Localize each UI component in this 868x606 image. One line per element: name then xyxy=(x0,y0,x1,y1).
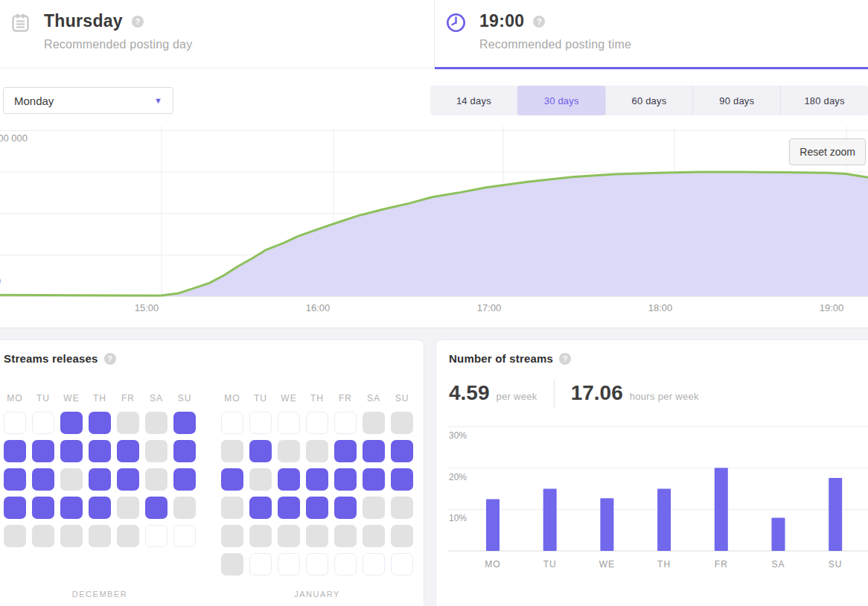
tab-recommended-day[interactable]: Thursday ? Recommended posting day xyxy=(0,0,434,68)
release-day-cell-on[interactable] xyxy=(173,440,196,462)
range-tab-14-days[interactable]: 14 days xyxy=(430,86,517,115)
release-day-cell-off[interactable] xyxy=(363,412,385,434)
release-day-cell-on[interactable] xyxy=(173,468,196,491)
release-day-cell-on[interactable] xyxy=(173,412,196,434)
tab-recommended-time[interactable]: 19:00 ? Recommended posting time xyxy=(434,0,868,68)
release-day-cell-off[interactable] xyxy=(4,525,26,547)
release-day-cell-out xyxy=(32,412,54,434)
range-tab-90-days[interactable]: 90 days xyxy=(692,86,780,115)
release-day-cell-on[interactable] xyxy=(60,412,83,434)
help-icon[interactable]: ? xyxy=(104,353,116,365)
release-day-cell-off[interactable] xyxy=(363,497,385,519)
release-day-cell-on[interactable] xyxy=(117,440,139,462)
range-tab-30-days[interactable]: 30 days xyxy=(517,86,605,115)
release-day-cell-off[interactable] xyxy=(221,497,243,519)
clock-icon xyxy=(446,13,466,33)
bar-th[interactable] xyxy=(657,488,671,551)
release-day-cell-on[interactable] xyxy=(4,468,26,491)
help-icon[interactable]: ? xyxy=(533,16,545,28)
release-day-cell-off[interactable] xyxy=(145,440,167,462)
release-day-cell-off[interactable] xyxy=(60,468,83,491)
release-day-cell-off[interactable] xyxy=(89,525,111,547)
release-day-cell-on[interactable] xyxy=(363,468,385,491)
bar-we[interactable] xyxy=(600,498,613,551)
bar-su[interactable] xyxy=(829,478,842,551)
release-day-cell-on[interactable] xyxy=(4,440,26,462)
release-day-cell-on[interactable] xyxy=(363,440,385,462)
release-day-cell-off[interactable] xyxy=(32,525,54,547)
release-day-cell-off[interactable] xyxy=(117,497,139,519)
y-axis-tick-label: 20% xyxy=(449,472,467,482)
range-tabs: 14 days30 days60 days90 days180 days xyxy=(430,86,868,115)
release-day-cell-on[interactable] xyxy=(4,497,26,519)
release-day-cell-on[interactable] xyxy=(60,497,83,519)
weekday-label: MO xyxy=(221,393,243,404)
release-day-cell-out xyxy=(306,553,328,575)
release-day-cell-on[interactable] xyxy=(60,440,83,462)
range-tab-180-days[interactable]: 180 days xyxy=(780,86,868,115)
release-day-cell-on[interactable] xyxy=(89,440,111,462)
help-icon[interactable]: ? xyxy=(132,16,144,28)
release-day-cell-on[interactable] xyxy=(32,468,54,491)
reset-zoom-button[interactable]: Reset zoom xyxy=(789,138,866,165)
release-day-cell-on[interactable] xyxy=(221,468,243,491)
streams-time-chart[interactable]: 200 000 0 Reset zoom 15:0016:0017:0018:0… xyxy=(0,127,868,328)
release-day-cell-off[interactable] xyxy=(334,525,357,547)
release-day-cell-on[interactable] xyxy=(89,412,111,434)
day-select[interactable]: Monday ▼ xyxy=(3,87,173,114)
release-day-cell-off[interactable] xyxy=(145,412,167,434)
weekday-header: MOTUWETHFRSASU xyxy=(221,393,413,404)
release-day-cell-off[interactable] xyxy=(221,440,243,462)
x-axis-tick-label: 18:00 xyxy=(642,302,679,313)
calendar-grid xyxy=(4,412,196,547)
weekday-label: TU xyxy=(249,393,272,404)
release-day-cell-on[interactable] xyxy=(334,497,357,519)
release-day-cell-off[interactable] xyxy=(145,468,167,491)
release-day-cell-off[interactable] xyxy=(306,440,328,462)
release-day-cell-on[interactable] xyxy=(89,468,111,491)
release-day-cell-on[interactable] xyxy=(391,440,413,462)
release-day-cell-off[interactable] xyxy=(306,525,328,547)
weekday-label: FR xyxy=(117,393,139,404)
bar-tu[interactable] xyxy=(543,488,557,551)
release-day-cell-on[interactable] xyxy=(306,468,328,491)
release-day-cell-on[interactable] xyxy=(278,468,300,491)
release-day-cell-out xyxy=(278,412,300,434)
release-day-cell-on[interactable] xyxy=(89,497,111,519)
weekday-label: SU xyxy=(173,393,196,404)
release-day-cell-off[interactable] xyxy=(117,525,139,547)
release-day-cell-on[interactable] xyxy=(306,497,328,519)
release-day-cell-on[interactable] xyxy=(391,468,413,491)
release-day-cell-off[interactable] xyxy=(249,525,272,547)
release-day-cell-on[interactable] xyxy=(32,440,54,462)
release-day-cell-off[interactable] xyxy=(173,497,196,519)
release-day-cell-off[interactable] xyxy=(60,525,83,547)
release-day-cell-off[interactable] xyxy=(278,440,300,462)
number-of-streams-panel: Number of streams ? 4.59 per week 17.06 … xyxy=(435,339,868,606)
release-day-cell-off[interactable] xyxy=(221,553,243,575)
release-day-cell-on[interactable] xyxy=(145,497,167,519)
release-day-cell-off[interactable] xyxy=(249,468,272,491)
release-day-cell-on[interactable] xyxy=(278,497,300,519)
bar-fr[interactable] xyxy=(715,468,728,551)
bar-mo[interactable] xyxy=(486,499,500,551)
release-day-cell-off[interactable] xyxy=(117,412,139,434)
analytics-dashboard: Thursday ? Recommended posting day 19:00… xyxy=(0,0,868,606)
release-day-cell-on[interactable] xyxy=(249,497,272,519)
release-day-cell-off[interactable] xyxy=(391,412,413,434)
release-day-cell-off[interactable] xyxy=(221,525,243,547)
release-day-cell-off[interactable] xyxy=(391,525,413,547)
release-day-cell-on[interactable] xyxy=(32,497,54,519)
release-day-cell-off[interactable] xyxy=(391,497,413,519)
bar-sa[interactable] xyxy=(772,517,785,551)
day-select-value: Monday xyxy=(14,95,54,107)
release-day-cell-on[interactable] xyxy=(117,468,139,491)
bottom-section: Streams releases ? MOTUWETHFRSASU DECEMB… xyxy=(0,328,868,606)
release-day-cell-off[interactable] xyxy=(278,525,300,547)
release-day-cell-on[interactable] xyxy=(249,440,272,462)
release-day-cell-on[interactable] xyxy=(334,440,357,462)
release-day-cell-on[interactable] xyxy=(334,468,357,491)
range-tab-60-days[interactable]: 60 days xyxy=(605,86,693,115)
release-day-cell-off[interactable] xyxy=(363,525,385,547)
x-axis-tick-label: SA xyxy=(771,559,785,570)
